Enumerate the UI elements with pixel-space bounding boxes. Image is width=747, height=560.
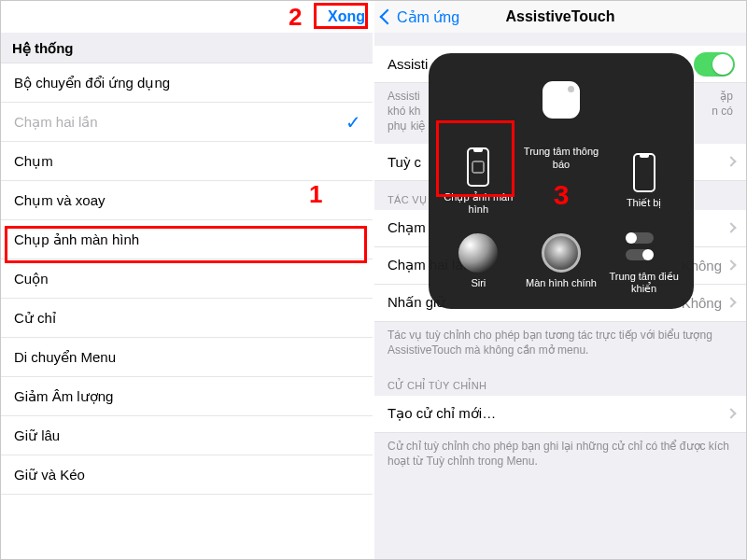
list-item-label: Bộ chuyển đổi ứng dụng — [14, 75, 170, 91]
done-button[interactable]: Xong — [328, 8, 365, 25]
actions-list: Bộ chuyển đổi ứng dụng Chạm hai lần ✓ Ch… — [1, 63, 373, 495]
back-button[interactable]: Cảm ứng — [382, 8, 459, 26]
atouch-screenshot[interactable]: Chụp ảnh màn hình — [438, 142, 519, 219]
create-gesture-row[interactable]: Tạo cử chỉ mới… — [374, 396, 746, 433]
list-item[interactable]: Giữ và Kéo — [1, 455, 373, 495]
atouch-control-center[interactable]: Trung tâm điều khiển — [603, 222, 684, 300]
section-header-custom-gestures: CỬ CHỈ TÙY CHỈNH — [374, 367, 746, 396]
checkmark-icon: ✓ — [345, 111, 361, 133]
list-item[interactable]: Chụm và xoay — [1, 181, 373, 220]
left-pane-action-picker: Xong Hệ thống Bộ chuyển đổi ứng dụng Chạ… — [1, 1, 373, 559]
list-item-label: Giảm Âm lượng — [14, 388, 113, 405]
left-nav-bar: Xong — [1, 1, 373, 33]
home-icon — [542, 233, 581, 273]
assistivetouch-menu-popup: Chụp ảnh màn hình Trung tâm thông báo 3 … — [429, 53, 694, 309]
right-pane-assistivetouch-settings: Cảm ứng AssistiveTouch Assisti Assisti k… — [374, 1, 746, 559]
row-label: Tạo cử chỉ mới… — [388, 405, 496, 422]
chevron-left-icon — [380, 9, 396, 25]
atouch-label: Trung tâm thông báo — [521, 146, 602, 170]
siri-icon — [458, 233, 498, 273]
right-nav-bar: Cảm ứng AssistiveTouch — [374, 1, 746, 33]
atouch-label: Trung tâm điều khiển — [603, 271, 684, 295]
atouch-home[interactable]: Màn hình chính — [521, 222, 602, 300]
list-item-screenshot[interactable]: Chụp ảnh màn hình — [1, 220, 373, 259]
list-item[interactable]: Cử chỉ — [1, 299, 373, 338]
favorite-icon — [543, 81, 580, 119]
screenshot-icon — [467, 147, 489, 187]
list-item-label: Chụm và xoay — [14, 192, 106, 209]
row-label: Tuỳ c — [388, 154, 421, 170]
list-item-label: Chụp ảnh màn hình — [14, 231, 139, 248]
section-header-system: Hệ thống — [1, 33, 373, 63]
list-item-label: Di chuyển Menu — [14, 349, 116, 366]
atouch-label: Siri — [471, 277, 486, 289]
atouch-notification-center[interactable]: Trung tâm thông báo 3 — [521, 142, 602, 219]
atouch-label: Chụp ảnh màn hình — [438, 191, 519, 216]
list-item-label: Chụm — [14, 153, 53, 170]
list-item[interactable]: Cuộn — [1, 259, 373, 299]
chevron-right-icon — [726, 259, 736, 270]
list-item[interactable]: Chụm — [1, 142, 373, 181]
chevron-right-icon — [726, 409, 736, 419]
device-icon — [633, 153, 655, 192]
atouch-label: Màn hình chính — [526, 277, 597, 289]
atouch-device[interactable]: Thiết bị — [603, 142, 684, 219]
screenshot-container: Xong Hệ thống Bộ chuyển đổi ứng dụng Chạ… — [0, 0, 747, 560]
list-item-label: Cử chỉ — [14, 310, 56, 327]
atouch-siri[interactable]: Siri — [438, 222, 519, 300]
list-item[interactable]: Giữ lâu — [1, 416, 373, 455]
chevron-right-icon — [726, 222, 736, 232]
list-item[interactable]: Di chuyển Menu — [1, 338, 373, 377]
list-item-label: Giữ và Kéo — [14, 467, 85, 483]
list-item-selected[interactable]: Chạm hai lần ✓ — [1, 103, 373, 142]
atouch-favorite-slot[interactable] — [521, 63, 602, 140]
control-center-icon — [626, 232, 663, 260]
list-item-label: Cuộn — [14, 271, 49, 287]
chevron-right-icon — [726, 156, 736, 166]
chevron-right-icon — [726, 297, 736, 307]
list-item[interactable]: Bộ chuyển đổi ứng dụng — [1, 63, 373, 103]
row-label: Assisti — [388, 56, 428, 72]
list-item-label: Giữ lâu — [14, 427, 60, 444]
row-label: Chạm — [388, 219, 426, 236]
actions-footer-text: Tác vụ tuỳ chỉnh cho phép bạn tương tác … — [374, 322, 746, 367]
list-item-label: Chạm hai lần — [14, 114, 98, 131]
list-item[interactable]: Giảm Âm lượng — [1, 377, 373, 416]
back-label: Cảm ứng — [397, 8, 459, 26]
step-label-3: 3 — [554, 178, 570, 212]
switch-on-icon[interactable] — [694, 52, 735, 77]
gestures-footer-text: Cử chỉ tuỳ chỉnh cho phép bạn ghi lại nh… — [374, 433, 746, 478]
atouch-label: Thiết bị — [627, 197, 662, 209]
